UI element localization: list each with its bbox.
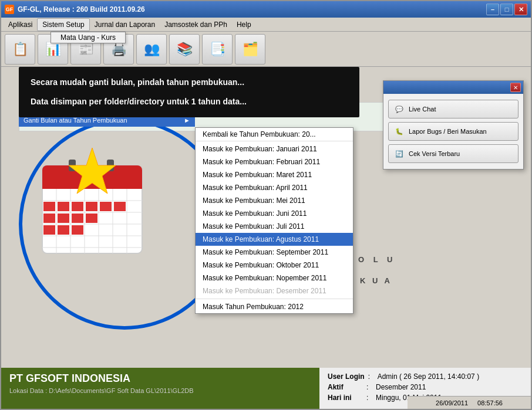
ganti-bulan-label: Ganti Bulan atau Tahun Pembukuan [23, 117, 127, 124]
tooltip-box: Secara mudah ganti bulan, pindah tahun p… [19, 67, 359, 117]
dropdown-item-tahun2012[interactable]: Masuk Tahun Pembukuan: 2012 [196, 300, 353, 313]
maximize-button[interactable]: □ [500, 4, 513, 15]
aktif-label: Aktif [328, 383, 363, 391]
cek-versi-icon: 🔄 [393, 148, 405, 160]
svg-rect-2 [42, 183, 142, 189]
tooltip-line1: Secara mudah ganti bulan, pindah tahun p… [31, 76, 348, 89]
submenu-mata-uang[interactable]: Mata Uang - Kurs [50, 32, 126, 43]
minimize-button[interactable]: – [486, 4, 499, 15]
dropdown-item-jul[interactable]: Masuk ke Pembukuan: Juli 2011 [196, 220, 353, 233]
menu-sistem-setup[interactable]: Sistem Setup [37, 18, 89, 31]
menu-help[interactable]: Help [232, 19, 256, 31]
window-title: GF-GL, Release : 260 Build 2011.09.26 [18, 5, 145, 13]
toolbar-btn-7[interactable]: 📑 [202, 34, 233, 65]
toolbar-icon-6: 📚 [177, 43, 193, 56]
toolbar-icon-8: 🗂️ [243, 43, 258, 56]
dropdown-item-mei[interactable]: Masuk ke Pembukuan: Mei 2011 [196, 194, 353, 207]
dropdown-kembali-label: Kembali ke Tahun Pembukuan: 20... [203, 130, 316, 138]
svg-rect-24 [43, 225, 55, 235]
toolbar-btn-6[interactable]: 📚 [169, 34, 200, 65]
dropdown-separator [196, 299, 353, 299]
user-login-label: User Login [328, 372, 365, 381]
svg-rect-25 [58, 225, 69, 235]
status-date: 26/09/2011 [436, 399, 468, 406]
lokasi-label: Lokasi Data : [9, 387, 47, 394]
svg-rect-14 [43, 202, 55, 211]
user-login-row: User Login : Admin ( 26 Sep 2011, 14:40:… [328, 372, 523, 381]
menu-bar: Aplikasi Sistem Setup Jurnal dan Laporan… [1, 18, 531, 32]
hari-label: Hari ini [328, 394, 363, 402]
dialog-title-bar: ✕ [383, 81, 523, 94]
cek-versi-label: Cek Versi Terbaru [409, 150, 460, 157]
dropdown-item-feb[interactable]: Masuk ke Pembukuan: Februari 2011 [196, 155, 353, 168]
cek-versi-button[interactable]: 🔄 Cek Versi Terbaru [388, 144, 518, 163]
ganti-bulan-arrow: ► [184, 117, 190, 124]
svg-rect-18 [100, 202, 112, 211]
dropdown-menu: Kembali ke Tahun Pembukuan: 20... Masuk … [195, 127, 353, 314]
title-bar-controls: – □ ✕ [486, 4, 527, 15]
lapor-bugs-button[interactable]: 🐛 Lapor Bugs / Beri Masukan [388, 122, 518, 141]
toolbar-btn-5[interactable]: 👥 [136, 34, 167, 65]
toolbar-btn-8[interactable]: 🗂️ [235, 34, 265, 65]
toolbar-icon-3: 📰 [78, 43, 94, 56]
live-chat-label: Live Chat [409, 106, 436, 113]
svg-rect-20 [43, 214, 55, 223]
dropdown-item-jun[interactable]: Masuk ke Pembukuan: Juni 2011 [196, 207, 353, 220]
dropdown-item-jan[interactable]: Masuk ke Pembukuan: Januari 2011 [196, 143, 353, 155]
dropdown-item-apr[interactable]: Masuk ke Pembukuan: April 2011 [196, 181, 353, 194]
menu-jurnal-laporan[interactable]: Jurnal dan Laporan [90, 19, 160, 31]
lokasi-data: Lokasi Data : D:\Aefs\Documents\GF Soft … [9, 387, 311, 394]
app-icon: GF [5, 5, 14, 14]
toolbar-icon-1: 📋 [12, 43, 28, 56]
dropdown-item-nov[interactable]: Masuk ke Pembukuan: Nopember 2011 [196, 272, 353, 284]
main-window: GF GF-GL, Release : 260 Build 2011.09.26… [0, 0, 532, 410]
title-bar: GF GF-GL, Release : 260 Build 2011.09.26… [1, 1, 531, 18]
lapor-bugs-icon: 🐛 [393, 126, 405, 137]
toolbar-icon-2: 📊 [45, 43, 61, 56]
toolbar-btn-1[interactable]: 📋 [5, 34, 35, 65]
svg-rect-16 [72, 202, 83, 211]
aktif-value: Desember 2011 [376, 383, 426, 391]
close-button[interactable]: ✕ [514, 4, 527, 15]
aktif-row: Aktif : Desember 2011 [328, 383, 523, 391]
svg-rect-21 [58, 214, 69, 223]
live-chat-icon: 💬 [393, 103, 405, 115]
menu-jamsostek[interactable]: Jamsostek dan PPh [160, 19, 232, 31]
dialog-close-button[interactable]: ✕ [510, 83, 521, 92]
company-name: PT GFSOFT INDONESIA [9, 372, 311, 385]
dropdown-item-okt[interactable]: Masuk ke Pembukuan: Oktober 2011 [196, 259, 353, 272]
dialog-box: ✕ 💬 Live Chat 🐛 Lapor Bugs / Beri Masuka… [383, 80, 524, 170]
status-time: 08:57:56 [477, 399, 503, 406]
toolbar-icon-4: 🖨️ [111, 43, 127, 56]
svg-rect-19 [114, 202, 126, 211]
toolbar-icon-7: 📑 [210, 43, 225, 56]
submenu-mata-uang-label: Mata Uang - Kurs [60, 33, 116, 42]
svg-rect-22 [72, 214, 83, 223]
svg-rect-15 [58, 202, 69, 211]
svg-rect-23 [86, 214, 97, 223]
lokasi-value: D:\Aefs\Documents\GF Soft Data GL\2011\G… [49, 387, 193, 394]
dropdown-item-sep[interactable]: Masuk ke Pembukuan: September 2011 [196, 246, 353, 259]
svg-rect-17 [86, 202, 97, 211]
svg-rect-26 [72, 225, 83, 235]
status-left: PT GFSOFT INDONESIA Lokasi Data : D:\Aef… [1, 368, 319, 409]
user-login-value: Admin ( 26 Sep 2011, 14:40:07 ) [378, 372, 479, 381]
bottom-datetime-bar: 26/09/2011 08:57:56 [408, 396, 531, 409]
calendar-icon [31, 142, 154, 273]
lapor-bugs-label: Lapor Bugs / Beri Masukan [409, 128, 487, 135]
dropdown-item-mar[interactable]: Masuk ke Pembukuan: Maret 2011 [196, 168, 353, 181]
dropdown-item-des: Masuk ke Pembukuan: Desember 2011 [196, 284, 353, 297]
live-chat-button[interactable]: 💬 Live Chat [388, 100, 518, 118]
title-bar-left: GF GF-GL, Release : 260 Build 2011.09.26 [5, 5, 145, 14]
dropdown-item-ags[interactable]: Masuk ke Pembukuan: Agustus 2011 [196, 233, 353, 246]
tooltip-line2: Data disimpan per folder/directory untuk… [31, 96, 348, 108]
menu-aplikasi[interactable]: Aplikasi [4, 19, 37, 31]
toolbar-icon-5: 👥 [144, 43, 160, 56]
dropdown-kembali[interactable]: Kembali ke Tahun Pembukuan: 20... [196, 128, 353, 141]
